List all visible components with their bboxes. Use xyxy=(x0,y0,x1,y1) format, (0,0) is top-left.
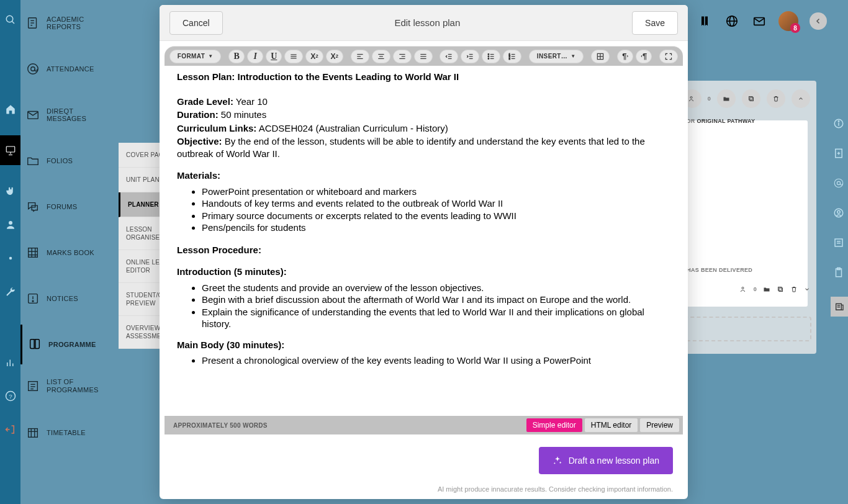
number-list-button[interactable]: 123 xyxy=(503,50,521,63)
align-center-button[interactable] xyxy=(372,50,390,63)
folder-icon[interactable] xyxy=(717,89,736,108)
logout-icon[interactable] xyxy=(3,422,18,437)
right-rail xyxy=(831,118,848,317)
collapse-icon[interactable] xyxy=(810,12,827,30)
svg-point-16 xyxy=(28,64,38,74)
italic-button[interactable]: I xyxy=(247,50,263,63)
svg-point-38 xyxy=(742,287,744,289)
cancel-button[interactable]: Cancel xyxy=(169,11,223,35)
report-icon xyxy=(25,16,40,30)
svg-point-47 xyxy=(838,121,839,122)
ai-disclaimer: AI might produce innacurate results. Con… xyxy=(438,485,673,493)
materials-heading: Materials: xyxy=(177,169,670,182)
nav-sidebar: ACADEMIC REPORTS ATTENDANCE DIREQT MESSA… xyxy=(20,0,119,504)
nav-timetable[interactable]: TIMETABLE xyxy=(20,419,119,446)
insert-dropdown[interactable]: INSERT…▼ xyxy=(529,50,584,63)
add-file-icon[interactable] xyxy=(833,148,846,160)
svg-point-5 xyxy=(9,221,12,225)
indent-button[interactable] xyxy=(461,50,479,63)
form-icon[interactable] xyxy=(833,237,846,250)
svg-rect-31 xyxy=(29,429,38,438)
material-item: Pens/pencils for students xyxy=(202,222,670,234)
table-button[interactable] xyxy=(591,50,610,63)
user-avatar[interactable]: 8 xyxy=(778,11,798,31)
rtl-button[interactable]: ‹¶ xyxy=(636,50,652,63)
panel-count-icon-2[interactable] xyxy=(740,286,747,293)
support-icon[interactable] xyxy=(833,207,846,220)
nav-attendance[interactable]: ATTENDANCE xyxy=(20,55,119,83)
draft-button-label: Draft a new lesson plan xyxy=(569,456,659,466)
modal-bottom: Draft a new lesson plan AI might produce… xyxy=(160,434,688,499)
format-label: FORMAT xyxy=(178,53,205,60)
nav-notices[interactable]: NOTICES xyxy=(20,285,119,312)
chart-icon[interactable] xyxy=(3,355,18,370)
trash-icon[interactable] xyxy=(767,89,785,108)
outdent-button[interactable] xyxy=(440,50,458,63)
clipboard-icon[interactable] xyxy=(833,267,846,279)
intro-heading: Introduction (5 minutes): xyxy=(177,266,670,278)
svg-rect-36 xyxy=(750,97,754,101)
nav-forums[interactable]: FORUMS xyxy=(20,193,119,220)
presentation-icon[interactable] xyxy=(0,135,20,165)
materials-list: PowerPoint presentation or whiteboard an… xyxy=(177,186,670,234)
home-icon[interactable] xyxy=(3,102,18,117)
lesson-plan-editor[interactable]: Lesson Plan: Introduction to the Events … xyxy=(165,66,683,416)
ltr-button[interactable]: ¶› xyxy=(617,50,633,63)
bookmark-icon[interactable] xyxy=(697,13,713,29)
subscript-button[interactable]: X2 xyxy=(305,50,323,63)
svg-point-54 xyxy=(837,210,841,214)
hand-icon[interactable] xyxy=(3,184,18,199)
nav-list-programmes[interactable]: LIST OF PROGRAMMES xyxy=(20,372,119,400)
sparkle-icon[interactable] xyxy=(3,251,18,266)
mention-icon[interactable] xyxy=(833,178,846,190)
trash-icon-2[interactable] xyxy=(790,286,798,293)
nav-programme[interactable]: PROGRAMME xyxy=(20,325,119,364)
modal-title: Edit lesson plan xyxy=(394,17,460,28)
chevron-up-icon[interactable] xyxy=(792,89,810,108)
info-icon[interactable] xyxy=(833,118,846,130)
format-dropdown[interactable]: FORMAT▼ xyxy=(169,50,221,63)
help-icon[interactable]: ? xyxy=(3,389,18,403)
nav-marks-book[interactable]: MARKS BOOK xyxy=(20,239,119,266)
news-icon[interactable] xyxy=(831,297,848,317)
align-left-button[interactable] xyxy=(351,50,369,63)
chevron-down-icon[interactable] xyxy=(804,286,810,292)
bold-button[interactable]: B xyxy=(228,50,245,63)
underline-button[interactable]: U xyxy=(266,50,282,63)
copy-icon-2[interactable] xyxy=(777,286,784,293)
mail-icon[interactable] xyxy=(751,13,767,29)
svg-text:?: ? xyxy=(9,393,12,400)
nav-direqt-messages[interactable]: DIREQT MESSAGES xyxy=(20,101,119,128)
nav-academic-reports[interactable]: ACADEMIC REPORTS xyxy=(20,9,119,37)
nav-label: LIST OF PROGRAMMES xyxy=(47,378,114,394)
search-icon[interactable] xyxy=(3,12,18,27)
tab-simple-editor[interactable]: Simple editor xyxy=(526,418,582,432)
tab-html-editor[interactable]: HTML editor xyxy=(585,418,638,432)
fullscreen-button[interactable] xyxy=(659,50,678,63)
wrench-icon[interactable] xyxy=(3,284,18,299)
at-icon xyxy=(25,61,40,76)
nav-label: PROGRAMME xyxy=(48,341,96,348)
align-right-button[interactable] xyxy=(393,50,412,63)
nav-folios[interactable]: FOLIOS xyxy=(20,147,119,174)
nav-label: TIMETABLE xyxy=(47,429,86,436)
globe-icon[interactable] xyxy=(724,13,740,29)
copy-icon[interactable] xyxy=(742,89,760,108)
editor-toolbar: FORMAT▼ B I U X2 X2 123 INSERT…▼ ¶› ‹¶ xyxy=(165,46,683,66)
draft-lesson-plan-button[interactable]: Draft a new lesson plan xyxy=(539,447,673,474)
panel-content xyxy=(667,120,808,307)
align-justify-button[interactable] xyxy=(414,50,433,63)
svg-point-84 xyxy=(488,53,489,55)
svg-text:3: 3 xyxy=(509,57,510,60)
folder-icon-2[interactable] xyxy=(763,286,770,293)
save-button[interactable]: Save xyxy=(632,11,678,35)
svg-point-35 xyxy=(690,97,692,99)
insert-label: INSERT… xyxy=(537,53,567,60)
bullet-list-button[interactable] xyxy=(482,50,500,63)
nav-label: DIREQT MESSAGES xyxy=(47,107,114,122)
person-icon[interactable] xyxy=(3,217,18,232)
superscript-button[interactable]: X2 xyxy=(326,50,343,63)
strikethrough-button[interactable] xyxy=(284,50,303,63)
grid-icon xyxy=(25,245,40,260)
tab-preview[interactable]: Preview xyxy=(640,418,679,432)
